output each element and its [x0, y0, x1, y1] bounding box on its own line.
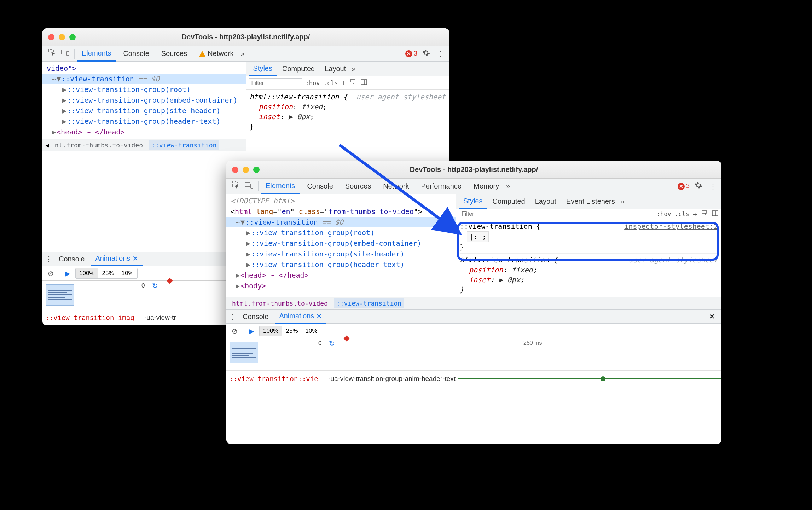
hov-button[interactable]: :hov [657, 210, 671, 218]
dom-head[interactable]: ▶<head> ⋯ </head> [42, 127, 246, 137]
styles-tab-layout[interactable]: Layout [320, 62, 350, 76]
cls-button[interactable]: .cls [675, 210, 689, 218]
drawer-kebab-icon[interactable]: ⋮ [229, 312, 236, 321]
tab-elements[interactable]: Elements [77, 46, 116, 62]
kebab-icon[interactable]: ⋮ [707, 182, 719, 191]
animation-thumbnail[interactable] [46, 284, 74, 306]
dom-selected[interactable]: ⋯▼::view-transition == $0 [226, 217, 456, 227]
dom-doctype[interactable]: <!DOCTYPE html> [226, 196, 456, 206]
styles-tab-computed[interactable]: Computed [278, 62, 319, 76]
gear-icon[interactable] [692, 181, 705, 191]
animation-thumbnail[interactable] [230, 342, 258, 363]
tab-performance[interactable]: Performance [416, 179, 467, 194]
error-count[interactable]: ✕ 3 [678, 182, 690, 190]
drawer-tab-animations[interactable]: Animations ✕ [275, 309, 326, 324]
drawer-close-icon[interactable]: ✕ [706, 312, 719, 321]
dom-group[interactable]: ▶::view-transition-group(header-text) [226, 259, 456, 270]
css-property[interactable]: position: fixed; [460, 265, 718, 275]
styles-more-icon[interactable]: » [621, 197, 625, 205]
dom-group[interactable]: ▶::view-transition-group(site-header) [42, 105, 246, 116]
dom-group[interactable]: ▶::view-transition-group(root) [42, 84, 246, 95]
styles-tab-computed[interactable]: Computed [488, 194, 529, 209]
css-property[interactable]: inset: ▶ 0px; [250, 112, 446, 122]
tab-memory[interactable]: Memory [469, 179, 504, 194]
speed-25[interactable]: 25% [282, 326, 302, 336]
clear-icon[interactable]: ⊘ [46, 269, 55, 278]
error-count[interactable]: ✕ 3 [405, 50, 417, 57]
clear-icon[interactable]: ⊘ [230, 327, 239, 335]
drawer-kebab-icon[interactable]: ⋮ [45, 255, 52, 263]
speed-100[interactable]: 100% [76, 268, 98, 278]
playhead[interactable] [347, 338, 347, 399]
dom-head[interactable]: ▶<head> ⋯ </head> [226, 270, 456, 280]
crumb-html[interactable]: nl.from-thumbs.to-video [52, 140, 146, 150]
paint-icon[interactable] [701, 210, 708, 219]
more-tabs-icon[interactable]: » [506, 182, 510, 190]
device-icon[interactable] [245, 182, 253, 191]
annotation-highlight [457, 222, 719, 261]
dom-line[interactable]: video"> [42, 63, 246, 74]
speed-10[interactable]: 10% [302, 326, 321, 336]
inspect-icon[interactable] [48, 49, 56, 58]
css-property[interactable]: inset: ▶ 0px; [460, 275, 718, 285]
speed-10[interactable]: 10% [118, 268, 137, 278]
panel-icon[interactable] [360, 79, 367, 87]
dom-group[interactable]: ▶::view-transition-group(root) [226, 227, 456, 238]
crumb-selected[interactable]: ::view-transition [149, 140, 219, 150]
tab-console[interactable]: Console [118, 46, 154, 62]
animation-track[interactable]: ::view-transition::vie -ua-view-transiti… [226, 370, 721, 387]
crumb-html[interactable]: html.from-thumbs.to-video [229, 298, 331, 308]
hov-button[interactable]: :hov [306, 80, 320, 87]
styles-tab-listeners[interactable]: Event Listeners [562, 194, 619, 209]
replay-icon[interactable]: ↻ [152, 282, 158, 290]
kebab-icon[interactable]: ⋮ [435, 50, 446, 58]
speed-25[interactable]: 25% [98, 268, 118, 278]
dom-html-open[interactable]: <html lang="en" class="from-thumbs to-vi… [226, 206, 456, 217]
dom-selected[interactable]: ⋯▼::view-transition == $0 [42, 74, 246, 84]
gear-icon[interactable] [419, 49, 433, 58]
styles-tab-layout[interactable]: Layout [531, 194, 561, 209]
tab-network[interactable]: Network [378, 179, 414, 194]
play-icon[interactable]: ▶ [63, 269, 72, 278]
replay-icon[interactable]: ↻ [329, 339, 335, 348]
cls-button[interactable]: .cls [323, 80, 338, 87]
styles-tab-styles[interactable]: Styles [459, 194, 487, 209]
tab-elements[interactable]: Elements [261, 179, 300, 194]
close-tab-icon[interactable]: ✕ [316, 312, 322, 320]
panel-icon[interactable] [712, 210, 719, 219]
tab-network[interactable]: Network [194, 46, 238, 62]
playhead[interactable] [170, 281, 170, 325]
styles-filter-input[interactable] [459, 209, 565, 219]
crumb-prev[interactable]: ◀ [45, 141, 49, 149]
tab-console[interactable]: Console [302, 179, 338, 194]
track-selector: ::view-transition::vie [226, 375, 325, 383]
new-rule-button[interactable]: + [341, 79, 346, 87]
device-icon[interactable] [61, 49, 69, 58]
dom-group[interactable]: ▶::view-transition-group(embed-container… [226, 238, 456, 249]
tab-sources[interactable]: Sources [340, 179, 376, 194]
speed-100[interactable]: 100% [260, 326, 282, 336]
dom-group[interactable]: ▶::view-transition-group(site-header) [226, 249, 456, 259]
inspect-icon[interactable] [232, 181, 240, 191]
close-tab-icon[interactable]: ✕ [132, 254, 138, 263]
dom-group[interactable]: ▶::view-transition-group(header-text) [42, 116, 246, 127]
crumb-selected[interactable]: ::view-transition [334, 298, 404, 308]
styles-more-icon[interactable]: » [352, 65, 355, 73]
new-rule-button[interactable]: + [693, 210, 697, 219]
dom-group[interactable]: ▶::view-transition-group(embed-container… [42, 95, 246, 105]
drawer-tab-console[interactable]: Console [54, 252, 89, 266]
styles-filter-input[interactable] [249, 78, 302, 88]
dom-body[interactable]: ▶<body> [226, 280, 456, 291]
track-anim-name: -ua-view-tr [141, 314, 179, 321]
play-icon[interactable]: ▶ [246, 327, 256, 335]
track-lane[interactable] [458, 371, 721, 387]
css-property[interactable]: position: fixed; [250, 102, 446, 112]
tab-sources[interactable]: Sources [156, 46, 192, 62]
more-tabs-icon[interactable]: » [241, 50, 245, 58]
paint-icon[interactable] [350, 79, 357, 87]
timeline[interactable]: 0 ↻ 250 ms [262, 338, 721, 363]
drawer-tab-console[interactable]: Console [238, 309, 273, 324]
styles-tab-styles[interactable]: Styles [249, 62, 277, 76]
titlebar: DevTools - http203-playlist.netlify.app/ [42, 28, 449, 46]
drawer-tab-animations[interactable]: Animations ✕ [91, 252, 143, 266]
